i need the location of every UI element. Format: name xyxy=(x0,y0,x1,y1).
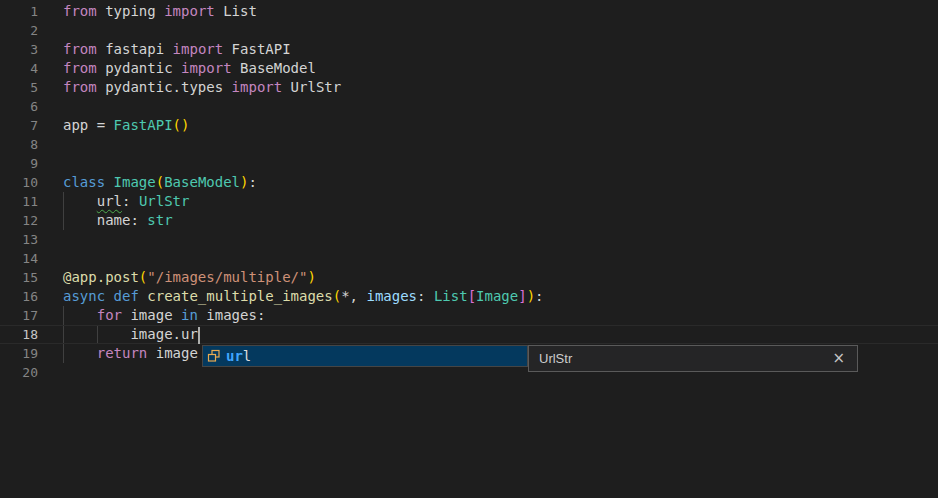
suggestion-doc-panel: UrlStr × xyxy=(528,345,858,372)
code-line[interactable]: 18 image.ur xyxy=(0,325,938,344)
line-number[interactable]: 2 xyxy=(0,21,38,40)
token-kw2: return xyxy=(97,345,156,361)
code-text: from fastapi import FastAPI xyxy=(38,40,291,59)
code-line[interactable]: 12 name: str xyxy=(0,211,938,230)
suggest-widget: url xyxy=(202,345,528,367)
line-number[interactable]: 13 xyxy=(0,230,38,249)
token-kw2: for xyxy=(97,307,131,323)
code-line[interactable]: 6 xyxy=(0,97,938,116)
token-kw2: import xyxy=(181,60,240,76)
code-text xyxy=(38,154,63,173)
code-line[interactable]: 1from typing import List xyxy=(0,2,938,21)
line-number[interactable]: 1 xyxy=(0,2,38,21)
line-number[interactable]: 8 xyxy=(0,135,38,154)
line-number[interactable]: 7 xyxy=(0,116,38,135)
code-text: from pydantic import BaseModel xyxy=(38,59,316,78)
editor-lines: 1from typing import List23from fastapi i… xyxy=(0,2,938,382)
code-line[interactable]: 15@app.post("/images/multiple/") xyxy=(0,268,938,287)
code-line[interactable]: 4from pydantic import BaseModel xyxy=(0,59,938,78)
line-number[interactable]: 3 xyxy=(0,40,38,59)
code-line[interactable]: 5from pydantic.types import UrlStr xyxy=(0,78,938,97)
token-plain: *, xyxy=(341,288,366,304)
line-number[interactable]: 17 xyxy=(0,306,38,325)
code-line[interactable]: 17 for image in images: xyxy=(0,306,938,325)
suggestion-doc-text: UrlStr xyxy=(539,351,830,366)
suggestion-match-text: ur xyxy=(226,348,243,364)
code-text xyxy=(38,249,63,268)
line-number[interactable]: 10 xyxy=(0,173,38,192)
suggestion-item-url[interactable]: url xyxy=(203,346,527,366)
line-number[interactable]: 4 xyxy=(0,59,38,78)
token-plain: name: xyxy=(63,212,147,228)
token-fn: @app.post xyxy=(63,269,139,285)
line-number[interactable]: 5 xyxy=(0,78,38,97)
indent-guide xyxy=(63,192,64,211)
code-text: app = FastAPI() xyxy=(38,116,189,135)
close-icon[interactable]: × xyxy=(830,351,847,366)
code-text: class Image(BaseModel): xyxy=(38,173,257,192)
code-line[interactable]: 9 xyxy=(0,154,938,173)
token-param: images xyxy=(366,288,417,304)
code-line[interactable]: 2 xyxy=(0,21,938,40)
token-br1: ( xyxy=(156,174,164,190)
token-str: "/images/multiple/" xyxy=(147,269,307,285)
token-plain: FastAPI xyxy=(232,41,291,57)
indent-guide xyxy=(63,306,64,325)
line-number[interactable]: 11 xyxy=(0,192,38,211)
token-plain xyxy=(63,345,97,361)
line-number[interactable]: 9 xyxy=(0,154,38,173)
suggestion-rest-text: l xyxy=(243,348,251,364)
token-plain: pydantic xyxy=(105,60,181,76)
line-number[interactable]: 6 xyxy=(0,97,38,116)
code-text: image.ur xyxy=(38,326,198,343)
code-line[interactable]: 13 xyxy=(0,230,938,249)
code-line[interactable]: 14 xyxy=(0,249,938,268)
token-type: UrlStr xyxy=(139,193,190,209)
line-number[interactable]: 12 xyxy=(0,211,38,230)
code-line[interactable]: 3from fastapi import FastAPI xyxy=(0,40,938,59)
token-plain: images: xyxy=(206,307,265,323)
token-plain: typing xyxy=(105,3,164,19)
token-type: List xyxy=(434,288,468,304)
code-line[interactable]: 11 url: UrlStr xyxy=(0,192,938,211)
code-line[interactable]: 10class Image(BaseModel): xyxy=(0,173,938,192)
token-fn: create_multiple_images xyxy=(147,288,332,304)
token-kw1: async xyxy=(63,288,114,304)
indent-guide xyxy=(97,326,98,343)
token-br1: ( xyxy=(333,288,341,304)
line-number[interactable]: 16 xyxy=(0,287,38,306)
token-kw1: def xyxy=(114,288,148,304)
token-kw1: in xyxy=(181,307,206,323)
token-type: str xyxy=(147,212,172,228)
code-line[interactable]: 7app = FastAPI() xyxy=(0,116,938,135)
code-text xyxy=(38,230,63,249)
code-text: name: str xyxy=(38,211,173,230)
token-plain: image xyxy=(156,345,198,361)
token-kw2: import xyxy=(232,79,291,95)
line-number[interactable]: 18 xyxy=(0,326,38,343)
token-plain: : xyxy=(248,174,256,190)
indent-guide xyxy=(63,211,64,230)
code-text xyxy=(38,135,63,154)
code-text xyxy=(38,363,63,382)
token-plain: : xyxy=(417,288,434,304)
indent-guide xyxy=(63,326,64,343)
line-number[interactable]: 14 xyxy=(0,249,38,268)
token-kw2: import xyxy=(164,3,223,19)
code-line[interactable]: 8 xyxy=(0,135,938,154)
code-text: @app.post("/images/multiple/") xyxy=(38,268,316,287)
token-kw2: from xyxy=(63,41,105,57)
code-text: from typing import List xyxy=(38,2,257,21)
line-number[interactable]: 19 xyxy=(0,344,38,363)
token-plain xyxy=(63,307,97,323)
line-number[interactable]: 15 xyxy=(0,268,38,287)
code-line[interactable]: 16async def create_multiple_images(*, im… xyxy=(0,287,938,306)
token-plain: fastapi xyxy=(105,41,172,57)
line-number[interactable]: 20 xyxy=(0,363,38,382)
token-br2: [ xyxy=(468,288,476,304)
token-plain: BaseModel xyxy=(240,60,316,76)
token-plain: app = xyxy=(63,117,114,133)
token-plain: UrlStr xyxy=(291,79,342,95)
token-br1: ) xyxy=(527,288,535,304)
token-kw2: from xyxy=(63,60,105,76)
